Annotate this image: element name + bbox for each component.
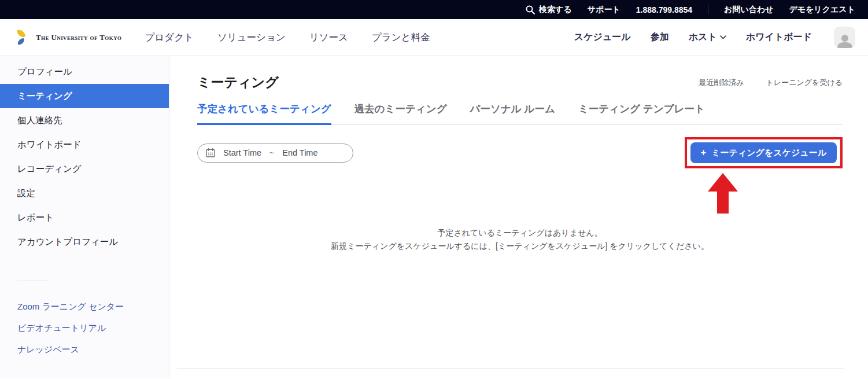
support-link[interactable]: サポート: [588, 5, 620, 15]
contact-link[interactable]: お問い合わせ: [724, 5, 773, 15]
page-body: プロフィール ミーティング 個人連絡先 ホワイトボード レコーディング 設定 レ…: [0, 56, 868, 378]
arrow-head: [708, 173, 738, 192]
meetings-tabs: 予定されているミーティング 過去のミーティング パーソナル ルーム ミーティング…: [197, 102, 843, 125]
sidebar-item-settings[interactable]: 設定: [0, 181, 169, 205]
zoom-web-portal-page: 検索する サポート 1.888.799.8854 お問い合わせ デモをリクエスト…: [0, 0, 868, 379]
sidebar-item-whiteboard[interactable]: ホワイトボード: [0, 133, 169, 157]
header-links: 最近削除済み トレーニングを受ける: [699, 78, 843, 88]
bottom-divider: [177, 369, 844, 369]
empty-state-line2: 新規ミーティングをスケジュールするには、[ミーティングをスケジュール] をクリッ…: [197, 240, 843, 253]
controls-row: Start Time ~ End Time + ミーティングをスケジュール: [197, 137, 843, 168]
empty-state-message: 予定されているミーティングはありません。 新規ミーティングをスケジュールするには…: [197, 226, 843, 253]
request-demo-link[interactable]: デモをリクエスト: [789, 5, 855, 15]
schedule-button-annotation-wrap: + ミーティングをスケジュール: [685, 137, 843, 168]
nav-item-products[interactable]: プロダクト: [145, 31, 193, 44]
schedule-meeting-button-label: ミーティングをスケジュール: [711, 148, 826, 159]
search-button[interactable]: 検索する: [526, 5, 572, 15]
university-of-tokyo-logo[interactable]: The University of Tokyo: [16, 29, 121, 46]
page-title: ミーティング: [197, 73, 279, 91]
sidebar-item-personal-contacts[interactable]: 個人連絡先: [0, 108, 169, 133]
main-navigation-bar: The University of Tokyo プロダクト ソリューション リソ…: [0, 19, 868, 56]
tab-upcoming-meetings[interactable]: 予定されているミーティング: [197, 102, 331, 125]
main-content: ミーティング 最近削除済み トレーニングを受ける 予定されているミーティング 過…: [169, 56, 868, 378]
tab-personal-room[interactable]: パーソナル ルーム: [470, 102, 555, 124]
ginkgo-leaf-icon: [16, 29, 31, 46]
nav-item-resources[interactable]: リソース: [309, 31, 348, 44]
empty-state-line1: 予定されているミーティングはありません。: [197, 226, 843, 240]
sidebar-item-profile[interactable]: プロフィール: [0, 60, 169, 84]
search-icon: [526, 5, 535, 14]
sidebar: プロフィール ミーティング 個人連絡先 ホワイトボード レコーディング 設定 レ…: [0, 56, 169, 378]
tab-past-meetings[interactable]: 過去のミーティング: [354, 102, 447, 124]
nav-action-host[interactable]: ホスト: [689, 31, 726, 43]
nav-action-host-label: ホスト: [689, 31, 717, 43]
nav-action-whiteboard[interactable]: ホワイトボード: [746, 31, 812, 43]
tab-meeting-templates[interactable]: ミーティング テンプレート: [578, 102, 705, 124]
search-label: 検索する: [539, 5, 572, 15]
nav-left-menu: プロダクト ソリューション リソース プランと料金: [145, 31, 430, 44]
sidebar-item-reports[interactable]: レポート: [0, 205, 169, 230]
top-utility-bar: 検索する サポート 1.888.799.8854 お問い合わせ デモをリクエスト: [0, 0, 868, 19]
sidebar-item-meetings[interactable]: ミーティング: [0, 84, 169, 108]
recently-deleted-link[interactable]: 最近削除済み: [699, 78, 744, 88]
user-avatar[interactable]: [834, 27, 855, 48]
date-range-input[interactable]: Start Time ~ End Time: [197, 143, 353, 163]
nav-right-actions: スケジュール 参加 ホスト ホワイトボード: [574, 27, 855, 48]
phone-number[interactable]: 1.888.799.8854: [636, 5, 692, 14]
nav-action-join[interactable]: 参加: [651, 31, 669, 43]
topbar-divider: [708, 5, 708, 14]
sidebar-link-learning-center[interactable]: Zoom ラーニング センター: [0, 296, 169, 318]
sidebar-item-recordings[interactable]: レコーディング: [0, 157, 169, 181]
end-time-placeholder: End Time: [282, 148, 317, 157]
logo-text: The University of Tokyo: [36, 33, 121, 42]
chevron-down-icon: [720, 35, 726, 39]
red-arrow-annotation: [708, 173, 738, 214]
nav-item-plans-pricing[interactable]: プランと料金: [372, 31, 430, 44]
sidebar-item-account-profile[interactable]: アカウントプロフィール: [0, 230, 169, 254]
red-highlight-box: + ミーティングをスケジュール: [685, 137, 843, 168]
calendar-icon: [206, 148, 215, 157]
sidebar-divider: [17, 281, 49, 281]
arrow-shaft: [717, 192, 729, 214]
content-header: ミーティング 最近削除済み トレーニングを受ける: [197, 73, 843, 91]
schedule-meeting-button[interactable]: + ミーティングをスケジュール: [690, 142, 837, 163]
get-training-link[interactable]: トレーニングを受ける: [766, 78, 843, 88]
nav-action-schedule[interactable]: スケジュール: [574, 31, 631, 43]
plus-icon: +: [701, 148, 706, 158]
nav-item-solutions[interactable]: ソリューション: [217, 31, 286, 44]
start-time-placeholder: Start Time: [223, 148, 261, 157]
sidebar-link-knowledge-base[interactable]: ナレッジベース: [0, 339, 169, 360]
sidebar-link-video-tutorials[interactable]: ビデオチュートリアル: [0, 318, 169, 339]
range-separator: ~: [269, 148, 274, 157]
